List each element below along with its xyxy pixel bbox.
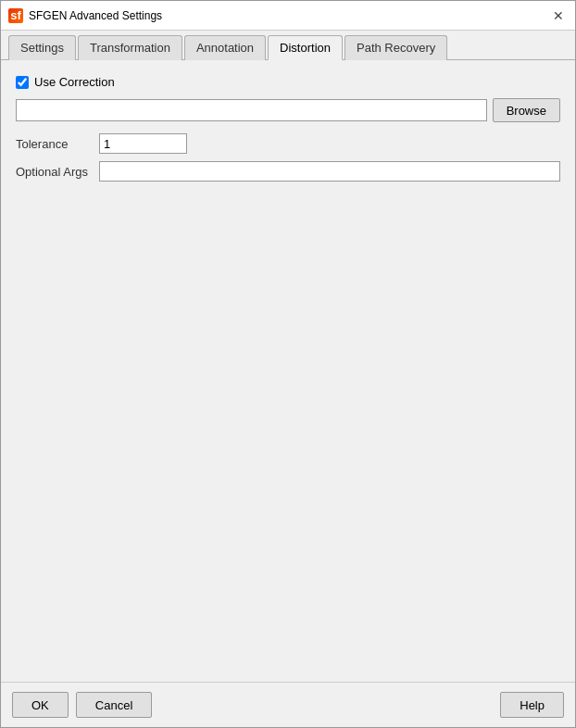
ok-button[interactable]: OK [12, 692, 69, 718]
close-button[interactable]: ✕ [549, 6, 568, 25]
use-correction-label: Use Correction [34, 75, 115, 89]
optional-args-label: Optional Args [16, 165, 99, 179]
browse-button[interactable]: Browse [493, 98, 560, 122]
file-browse-row: Browse [16, 98, 560, 122]
window-title: SFGEN Advanced Settings [29, 9, 162, 22]
optional-args-row: Optional Args [16, 161, 560, 182]
tab-annotation[interactable]: Annotation [184, 35, 266, 60]
app-icon: sf [8, 8, 23, 23]
help-button[interactable]: Help [500, 692, 564, 718]
use-correction-checkbox[interactable] [16, 76, 29, 89]
footer: OK Cancel Help [1, 682, 575, 727]
tolerance-input[interactable] [99, 133, 187, 154]
cancel-button[interactable]: Cancel [76, 692, 152, 718]
tab-distortion[interactable]: Distortion [268, 35, 343, 60]
tab-settings[interactable]: Settings [8, 35, 76, 60]
title-bar-left: sf SFGEN Advanced Settings [8, 8, 162, 23]
file-path-input[interactable] [16, 99, 487, 121]
footer-left: OK Cancel [12, 692, 152, 718]
tab-bar: Settings Transformation Annotation Disto… [1, 31, 575, 60]
title-bar: sf SFGEN Advanced Settings ✕ [1, 1, 575, 31]
tab-path-recovery[interactable]: Path Recovery [344, 35, 447, 60]
tab-transformation[interactable]: Transformation [78, 35, 182, 60]
tolerance-row: Tolerance [16, 133, 560, 154]
optional-args-input[interactable] [99, 161, 560, 182]
tab-content-distortion: Use Correction Browse Tolerance Optional… [1, 60, 575, 682]
main-window: sf SFGEN Advanced Settings ✕ Settings Tr… [0, 0, 576, 728]
use-correction-row: Use Correction [16, 75, 560, 89]
tolerance-label: Tolerance [16, 137, 99, 151]
